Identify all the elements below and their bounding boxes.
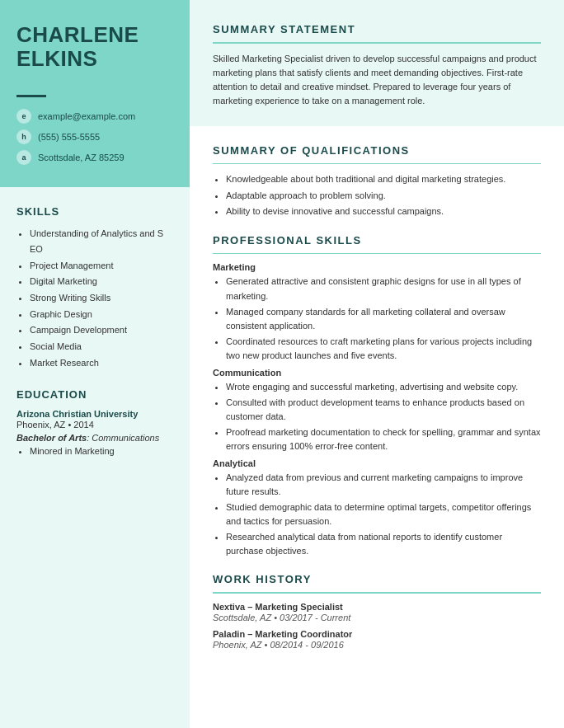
- job-title: Nextiva – Marketing Specialist: [213, 602, 541, 612]
- skill-group-item: Consulted with product development teams…: [226, 396, 541, 424]
- address-text: Scottsdale, AZ 85259: [38, 153, 125, 162]
- email-icon: e: [16, 109, 31, 124]
- summary-title: SUMMARY STATEMENT: [213, 23, 541, 35]
- minor-item: Minored in Marketing: [30, 446, 173, 456]
- work-history-section: WORK HISTORY Nextiva – Marketing Special…: [213, 573, 541, 650]
- jobs-container: Nextiva – Marketing SpecialistScottsdale…: [213, 602, 541, 650]
- address-icon: a: [16, 150, 31, 165]
- qualifications-title: SUMMARY OF QUALIFICATIONS: [213, 144, 541, 157]
- skill-item: Social Media: [30, 339, 173, 355]
- skill-group-item: Analyzed data from previous and current …: [226, 471, 541, 499]
- prof-skills-divider: [213, 253, 541, 255]
- main-lower: SUMMARY OF QUALIFICATIONS Knowledgeable …: [190, 126, 564, 728]
- skill-group-item: Coordinated resources to craft marketing…: [226, 335, 541, 363]
- qualifications-section: SUMMARY OF QUALIFICATIONS Knowledgeable …: [213, 144, 541, 219]
- email-contact: e example@example.com: [16, 109, 173, 124]
- summary-divider: [213, 42, 541, 44]
- name-divider: [16, 95, 46, 97]
- work-history-title: WORK HISTORY: [213, 573, 541, 585]
- main-content: SUMMARY STATEMENT Skilled Marketing Spec…: [190, 0, 564, 728]
- skill-group-item: Researched analytical data from national…: [226, 530, 541, 558]
- skill-group-item: Studied demographic data to determine op…: [226, 500, 541, 528]
- sidebar: CHARLENE ELKINS e example@example.com h …: [0, 0, 190, 728]
- address-contact: a Scottsdale, AZ 85259: [16, 150, 173, 165]
- work-history-divider: [213, 592, 541, 594]
- main-top: SUMMARY STATEMENT Skilled Marketing Spec…: [190, 0, 564, 126]
- skill-item: Understanding of Analytics and S EO: [30, 226, 173, 256]
- qualification-item: Ability to devise innovative and success…: [226, 204, 541, 219]
- skill-group-item: Wrote engaging and successful marketing,…: [226, 380, 541, 394]
- skill-item: Digital Marketing: [30, 274, 173, 289]
- candidate-name: CHARLENE ELKINS: [16, 23, 173, 70]
- job-location: Phoenix, AZ • 08/2014 - 09/2016: [213, 640, 541, 650]
- summary-text: Skilled Marketing Specialist driven to d…: [213, 52, 541, 108]
- skill-item: Campaign Development: [30, 322, 173, 338]
- qualifications-divider: [213, 163, 541, 165]
- job-location: Scottsdale, AZ • 03/2017 - Current: [213, 613, 541, 622]
- resume-wrapper: CHARLENE ELKINS e example@example.com h …: [0, 0, 564, 728]
- education-title: EDUCATION: [16, 388, 173, 401]
- minor-list: Minored in Marketing: [16, 446, 173, 456]
- skill-group-item: Managed company standards for all market…: [226, 305, 541, 333]
- qualification-item: Adaptable approach to problem solving.: [226, 189, 541, 204]
- skill-item: Market Research: [30, 355, 173, 371]
- skills-title: SKILLS: [16, 205, 173, 218]
- school-name: Arizona Christian University: [16, 409, 173, 419]
- phone-text: (555) 555-5555: [38, 132, 100, 142]
- sidebar-lower: SKILLS Understanding of Analytics and S …: [0, 187, 190, 728]
- qualification-item: Knowledgeable about both traditional and…: [226, 172, 541, 187]
- skill-group-list: Generated attractive and consistent grap…: [213, 275, 541, 362]
- skill-item: Graphic Design: [30, 307, 173, 322]
- degree: Bachelor of Arts: Communications: [16, 433, 173, 443]
- sidebar-header: CHARLENE ELKINS: [0, 0, 190, 87]
- skill-group-item: Proofread marketing documentation to che…: [226, 425, 541, 453]
- phone-icon: h: [16, 129, 31, 144]
- phone-contact: h (555) 555-5555: [16, 129, 173, 144]
- skill-group-item: Generated attractive and consistent grap…: [226, 275, 541, 303]
- skill-group-title: Communication: [213, 368, 541, 378]
- prof-skills-section: PROFESSIONAL SKILLS MarketingGenerated a…: [213, 234, 541, 558]
- skill-item: Project Management: [30, 258, 173, 274]
- school-location: Phoenix, AZ • 2014: [16, 420, 173, 430]
- skill-group-title: Analytical: [213, 458, 541, 468]
- skills-list: Understanding of Analytics and S EOProje…: [16, 226, 173, 370]
- email-text: example@example.com: [38, 111, 135, 121]
- skill-group-list: Wrote engaging and successful marketing,…: [213, 380, 541, 453]
- skill-item: Strong Writing Skills: [30, 290, 173, 306]
- skill-group-title: Marketing: [213, 262, 541, 272]
- skill-groups: MarketingGenerated attractive and consis…: [213, 262, 541, 558]
- prof-skills-title: PROFESSIONAL SKILLS: [213, 234, 541, 247]
- skill-group-list: Analyzed data from previous and current …: [213, 471, 541, 558]
- job-title: Paladin – Marketing Coordinator: [213, 629, 541, 639]
- education-section: EDUCATION Arizona Christian University P…: [16, 388, 173, 456]
- contact-section: e example@example.com h (555) 555-5555 a…: [0, 109, 190, 187]
- qualifications-list: Knowledgeable about both traditional and…: [213, 172, 541, 219]
